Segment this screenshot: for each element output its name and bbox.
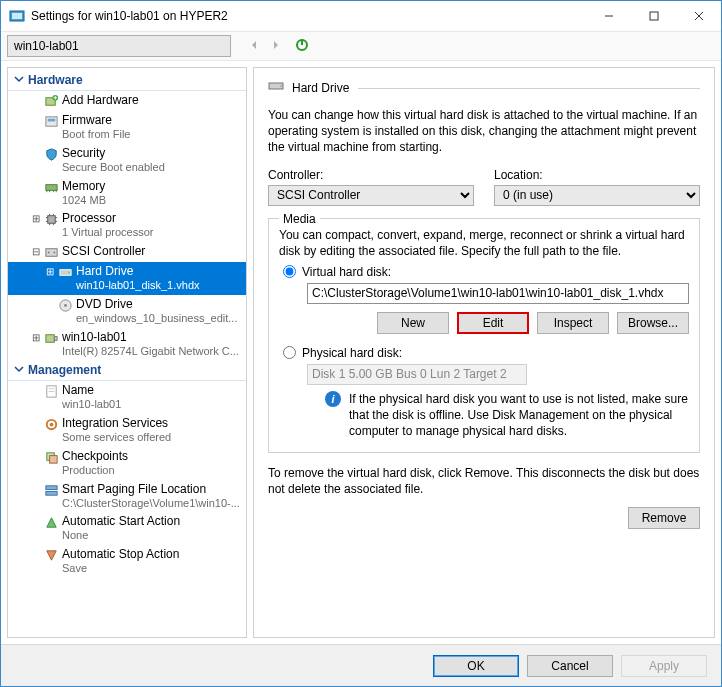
location-label: Location:: [494, 168, 700, 182]
dvd-icon: [56, 297, 74, 313]
svg-point-32: [64, 304, 67, 307]
location-select[interactable]: 0 (in use): [494, 185, 700, 206]
tree-name[interactable]: Namewin10-lab01: [8, 381, 246, 414]
expand-icon[interactable]: ⊞: [30, 330, 42, 345]
tree-integration-services[interactable]: Integration ServicesSome services offere…: [8, 414, 246, 447]
section-hardware[interactable]: Hardware: [8, 70, 246, 91]
svg-rect-3: [650, 12, 658, 20]
tree-hard-drive[interactable]: ⊞ Hard Drivewin10-lab01_disk_1.vhdx: [8, 262, 246, 295]
smart-paging-icon: [42, 482, 60, 498]
nav-arrows: [245, 37, 285, 55]
auto-stop-icon: [42, 547, 60, 563]
svg-point-30: [68, 272, 70, 274]
remove-note: To remove the virtual hard disk, click R…: [268, 465, 700, 497]
hard-drive-icon: [268, 78, 284, 97]
settings-tree[interactable]: Hardware Add Hardware FirmwareBoot from …: [7, 67, 247, 638]
tree-dvd-drive[interactable]: DVD Driveen_windows_10_business_edit...: [8, 295, 246, 328]
section-management[interactable]: Management: [8, 360, 246, 381]
media-group: Media You can compact, convert, expand, …: [268, 218, 700, 453]
media-desc: You can compact, convert, expand, merge,…: [279, 227, 689, 259]
window-title: Settings for win10-lab01 on HYPER2: [31, 9, 586, 23]
virtual-disk-radio[interactable]: [283, 265, 296, 278]
edit-button[interactable]: Edit: [457, 312, 529, 334]
nav-forward-button[interactable]: [267, 37, 285, 55]
physical-disk-radio[interactable]: [283, 346, 296, 359]
physical-disk-note: If the physical hard disk you want to us…: [349, 391, 689, 440]
svg-rect-34: [54, 336, 57, 340]
app-icon: [9, 8, 25, 24]
network-adapter-icon: [42, 330, 60, 346]
remove-button[interactable]: Remove: [628, 507, 700, 529]
checkpoints-icon: [42, 449, 60, 465]
controller-label: Controller:: [268, 168, 474, 182]
memory-icon: [42, 179, 60, 195]
browse-button[interactable]: Browse...: [617, 312, 689, 334]
auto-start-icon: [42, 514, 60, 530]
svg-rect-42: [45, 485, 56, 489]
svg-rect-17: [47, 216, 55, 224]
pane-header: Hard Drive: [268, 78, 700, 97]
power-icon[interactable]: [295, 38, 309, 55]
shield-icon: [42, 146, 60, 162]
svg-rect-26: [45, 249, 56, 257]
vm-selector[interactable]: win10-lab01: [7, 35, 231, 57]
info-icon: i: [325, 391, 341, 407]
svg-rect-33: [45, 334, 53, 342]
settings-window: Settings for win10-lab01 on HYPER2 win10…: [0, 0, 722, 687]
tree-security[interactable]: SecuritySecure Boot enabled: [8, 144, 246, 177]
tree-checkpoints[interactable]: CheckpointsProduction: [8, 447, 246, 480]
tree-add-hardware[interactable]: Add Hardware: [8, 91, 246, 111]
apply-button[interactable]: Apply: [621, 655, 707, 677]
svg-point-28: [53, 252, 55, 254]
expand-icon[interactable]: ⊞: [44, 264, 56, 279]
tree-scsi-controller[interactable]: ⊟ SCSI Controller: [8, 242, 246, 262]
firmware-icon: [42, 113, 60, 129]
add-hardware-icon: [42, 93, 60, 109]
new-button[interactable]: New: [377, 312, 449, 334]
tree-network-adapter[interactable]: ⊞ win10-lab01Intel(R) 82574L Gigabit Net…: [8, 328, 246, 361]
close-button[interactable]: [676, 2, 721, 30]
pane-title: Hard Drive: [292, 81, 349, 95]
expand-icon[interactable]: ⊞: [30, 211, 42, 226]
svg-point-39: [49, 423, 53, 427]
processor-icon: [42, 211, 60, 227]
cancel-button[interactable]: Cancel: [527, 655, 613, 677]
name-icon: [42, 383, 60, 399]
ok-button[interactable]: OK: [433, 655, 519, 677]
tree-auto-stop[interactable]: Automatic Stop ActionSave: [8, 545, 246, 578]
controller-select[interactable]: SCSI Controller: [268, 185, 474, 206]
tree-smart-paging[interactable]: Smart Paging File LocationC:\ClusterStor…: [8, 480, 246, 513]
dialog-footer: OK Cancel Apply: [1, 644, 721, 686]
toolbar: win10-lab01: [1, 31, 721, 61]
svg-rect-12: [45, 184, 56, 190]
virtual-disk-label: Virtual hard disk:: [302, 265, 391, 279]
integration-icon: [42, 416, 60, 432]
collapse-icon[interactable]: ⊟: [30, 244, 42, 259]
tree-processor[interactable]: ⊞ Processor1 Virtual processor: [8, 209, 246, 242]
physical-disk-select: Disk 1 5.00 GB Bus 0 Lun 2 Target 2: [307, 364, 527, 385]
tree-firmware[interactable]: FirmwareBoot from File: [8, 111, 246, 144]
svg-rect-41: [49, 455, 57, 463]
detail-pane: Hard Drive You can change how this virtu…: [253, 67, 715, 638]
collapse-icon: [14, 363, 24, 377]
pane-intro: You can change how this virtual hard dis…: [268, 107, 700, 156]
collapse-icon: [14, 73, 24, 87]
svg-point-45: [280, 85, 282, 87]
tree-memory[interactable]: Memory1024 MB: [8, 177, 246, 210]
titlebar: Settings for win10-lab01 on HYPER2: [1, 1, 721, 31]
inspect-button[interactable]: Inspect: [537, 312, 609, 334]
svg-point-27: [47, 252, 49, 254]
tree-auto-start[interactable]: Automatic Start ActionNone: [8, 512, 246, 545]
maximize-button[interactable]: [631, 2, 676, 30]
vm-selector-value: win10-lab01: [14, 39, 79, 53]
svg-rect-1: [12, 13, 22, 19]
media-legend: Media: [279, 212, 320, 226]
minimize-button[interactable]: [586, 2, 631, 30]
nav-back-button[interactable]: [245, 37, 263, 55]
svg-rect-43: [45, 491, 56, 495]
hard-drive-icon: [56, 264, 74, 280]
vhd-path-input[interactable]: [307, 283, 689, 304]
physical-disk-label: Physical hard disk:: [302, 346, 402, 360]
scsi-icon: [42, 244, 60, 260]
svg-rect-11: [47, 119, 55, 122]
